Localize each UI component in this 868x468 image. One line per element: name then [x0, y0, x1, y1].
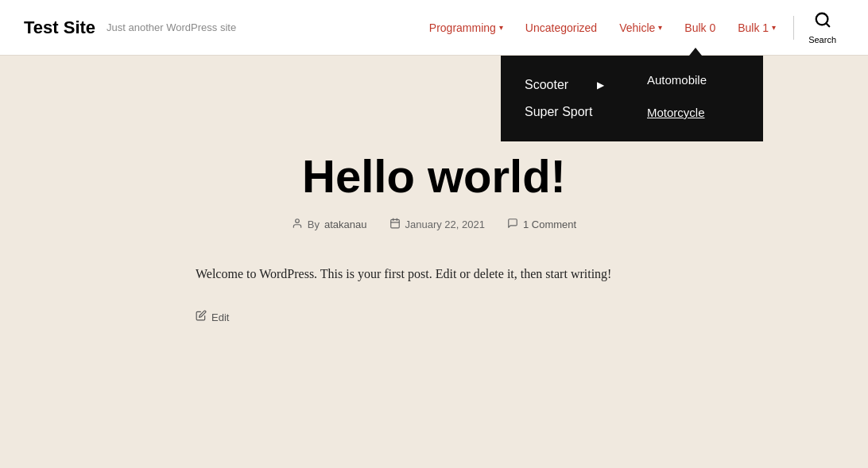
- nav-divider: [793, 16, 794, 40]
- author-prefix: By: [308, 219, 320, 230]
- site-title[interactable]: Test Site: [24, 17, 95, 38]
- svg-rect-3: [390, 219, 399, 228]
- chevron-down-icon: ▾: [499, 23, 503, 32]
- svg-line-1: [826, 23, 829, 26]
- super-sport-menu-item[interactable]: Super Sport: [525, 99, 604, 126]
- edit-link[interactable]: Edit: [196, 308, 672, 327]
- nav-item-bulk0[interactable]: Bulk 0: [673, 21, 727, 34]
- arrow-icon: ▶: [597, 79, 604, 91]
- post-meta: By atakanau January 22, 2021: [16, 218, 852, 231]
- svg-point-2: [295, 219, 299, 223]
- automobile-menu-item[interactable]: Automobile: [628, 64, 763, 96]
- post-area: Hello world! By atakanau: [16, 151, 852, 327]
- vehicle-submenu: Automobile Motorcycle: [628, 56, 763, 141]
- nav-item-vehicle[interactable]: Vehicle ▾: [608, 21, 673, 34]
- author-icon: [292, 218, 303, 231]
- edit-icon: [196, 308, 207, 327]
- vehicle-dropdown: Scooter ▶ Super Sport Automobile Motorcy…: [501, 56, 763, 141]
- nav-item-uncategorized[interactable]: Uncategorized: [514, 21, 608, 34]
- search-label: Search: [808, 35, 836, 44]
- main-nav: Programming ▾ Uncategorized Vehicle ▾ Bu…: [418, 11, 844, 44]
- scooter-menu-item[interactable]: Scooter ▶: [525, 72, 604, 99]
- calendar-icon: [389, 218, 401, 231]
- site-tagline: Just another WordPress site: [107, 21, 236, 33]
- search-icon: [814, 11, 831, 33]
- search-button[interactable]: Search: [800, 11, 844, 44]
- post-body: Welcome to WordPress. This is your first…: [196, 263, 672, 327]
- chevron-down-icon: ▾: [772, 23, 776, 32]
- post-date: January 22, 2021: [389, 218, 485, 231]
- post-comments: 1 Comment: [507, 218, 576, 231]
- main-content: Scooter ▶ Super Sport Automobile Motorcy…: [0, 56, 868, 343]
- chevron-down-icon: ▾: [658, 23, 662, 32]
- post-title: Hello world!: [16, 151, 852, 202]
- nav-item-programming[interactable]: Programming ▾: [418, 21, 514, 34]
- nav-item-bulk1[interactable]: Bulk 1 ▾: [727, 21, 787, 34]
- post-content: Welcome to WordPress. This is your first…: [196, 263, 672, 284]
- post-author: By atakanau: [292, 218, 367, 231]
- motorcycle-menu-item[interactable]: Motorcycle: [628, 96, 763, 129]
- comment-icon: [507, 218, 518, 231]
- author-link[interactable]: atakanau: [324, 219, 367, 230]
- comments-link[interactable]: 1 Comment: [523, 219, 576, 230]
- scooter-submenu: Scooter ▶ Super Sport: [501, 56, 628, 141]
- site-header: Test Site Just another WordPress site Pr…: [0, 0, 868, 56]
